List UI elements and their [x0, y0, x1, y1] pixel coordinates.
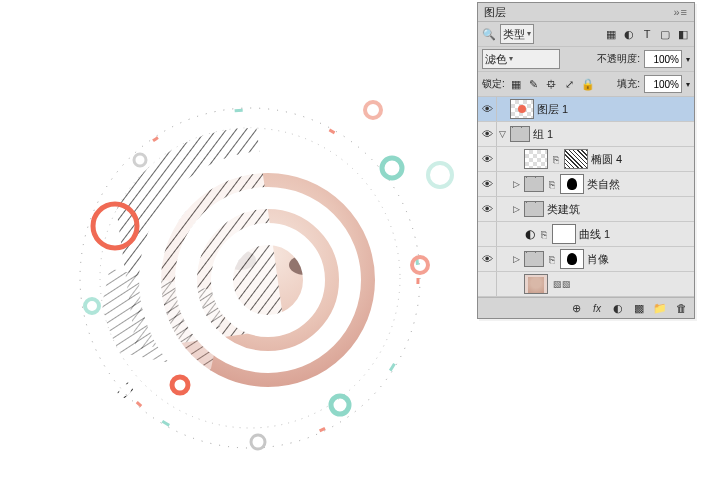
disclosure-triangle[interactable]: ▷ [511, 204, 521, 214]
layer-name[interactable]: 类建筑 [547, 202, 694, 217]
panel-footer: ⊕ fx ◐ ▩ 📁 🗑 [478, 297, 694, 318]
svg-point-21 [428, 163, 452, 187]
filter-shape-icon[interactable]: ▢ [658, 27, 672, 41]
fill-label: 填充: [617, 77, 640, 91]
chevron-down-icon: ▾ [527, 26, 531, 42]
layer-name[interactable]: 肖像 [587, 252, 694, 267]
layer-name[interactable]: 组 1 [533, 127, 694, 142]
svg-point-23 [251, 435, 265, 449]
layer-thumbnail[interactable] [564, 149, 588, 169]
layer-thumbnail[interactable] [510, 99, 534, 119]
visibility-toggle[interactable]: 👁 [478, 172, 497, 196]
svg-point-19 [412, 257, 428, 273]
svg-point-22 [85, 299, 99, 313]
chevron-down-icon: ▾ [509, 51, 513, 67]
add-mask-icon[interactable]: ◐ [611, 301, 625, 315]
layer-thumbnail[interactable] [552, 224, 576, 244]
opacity-input[interactable] [644, 50, 682, 68]
chevron-down-icon[interactable]: ▾ [686, 55, 690, 64]
layer-name[interactable]: 曲线 1 [579, 227, 694, 242]
link-icon: ⎘ [549, 254, 555, 265]
layer-thumbnail[interactable] [510, 126, 530, 142]
layer-name[interactable]: 类自然 [587, 177, 694, 192]
layer-row[interactable]: 👁⎘椭圆 4 [478, 147, 694, 172]
filter-adjust-icon[interactable]: ◐ [622, 27, 636, 41]
layer-row[interactable]: 👁▷⎘类自然 [478, 172, 694, 197]
layer-row[interactable]: ◐⎘曲线 1 [478, 222, 694, 247]
layer-row[interactable]: ▧▧ [478, 272, 694, 297]
lock-fill-row: 锁定: ▦ ✎ ⯐ ⤢ 🔒 填充: ▾ [478, 72, 694, 97]
blend-mode-select[interactable]: 滤色 ▾ [482, 49, 560, 69]
panel-flyout-icon[interactable]: »≡ [673, 3, 688, 21]
disclosure-triangle[interactable]: ▷ [511, 179, 521, 189]
svg-point-26 [118, 383, 132, 397]
layer-thumbnail[interactable] [524, 176, 544, 192]
delete-layer-icon[interactable]: 🗑 [674, 301, 688, 315]
layer-thumbnail[interactable] [524, 201, 544, 217]
layer-row[interactable]: 👁▽组 1 [478, 122, 694, 147]
svg-point-20 [382, 158, 402, 178]
lock-transparent-icon[interactable]: ▦ [509, 77, 523, 91]
document-canvas[interactable] [0, 0, 480, 504]
layer-row[interactable]: 👁▷⎘肖像 [478, 247, 694, 272]
lock-artboard-icon[interactable]: ⤢ [563, 77, 577, 91]
link-icon: ⎘ [541, 229, 547, 240]
filter-pixel-icon[interactable]: ▦ [604, 27, 618, 41]
layer-thumbnail[interactable] [560, 249, 584, 269]
visibility-toggle[interactable]: 👁 [478, 147, 497, 171]
chevron-down-icon[interactable]: ▾ [686, 80, 690, 89]
disclosure-triangle[interactable]: ▷ [511, 254, 521, 264]
svg-point-24 [134, 154, 146, 166]
layer-name[interactable]: 图层 1 [537, 102, 694, 117]
adjustment-icon: ◐ [521, 227, 539, 241]
link-layers-icon[interactable]: ⊕ [569, 301, 583, 315]
visibility-toggle[interactable]: 👁 [478, 247, 497, 271]
smart-object-icon: ▧▧ [553, 279, 571, 289]
svg-point-25 [365, 102, 381, 118]
visibility-toggle[interactable]: 👁 [478, 97, 497, 121]
artwork [30, 50, 470, 490]
disclosure-triangle[interactable]: ▽ [497, 129, 507, 139]
svg-point-18 [331, 396, 349, 414]
visibility-toggle[interactable]: 👁 [478, 122, 497, 146]
new-adjust-icon[interactable]: ▩ [632, 301, 646, 315]
layers-list: 👁图层 1👁▽组 1👁⎘椭圆 4👁▷⎘类自然👁▷类建筑◐⎘曲线 1👁▷⎘肖像▧▧ [478, 97, 694, 297]
layer-filter-row: 🔍 类型 ▾ ▦ ◐ T ▢ ◧ [478, 22, 694, 47]
visibility-toggle[interactable]: 👁 [478, 197, 497, 221]
layer-row[interactable]: 👁图层 1 [478, 97, 694, 122]
fill-input[interactable] [644, 75, 682, 93]
opacity-label: 不透明度: [597, 52, 640, 66]
filter-smart-icon[interactable]: ◧ [676, 27, 690, 41]
filter-kind-select[interactable]: 类型 ▾ [500, 24, 534, 44]
lock-pixels-icon[interactable]: ✎ [527, 77, 541, 91]
link-icon: ⎘ [553, 154, 559, 165]
layer-row[interactable]: 👁▷类建筑 [478, 197, 694, 222]
svg-point-17 [172, 377, 188, 393]
layers-panel: 图层 »≡ 🔍 类型 ▾ ▦ ◐ T ▢ ◧ 滤色 ▾ 不透明度: [477, 2, 695, 319]
layer-thumbnail[interactable] [524, 274, 548, 294]
lock-all-icon[interactable]: 🔒 [581, 77, 595, 91]
layer-thumbnail[interactable] [560, 174, 584, 194]
blend-opacity-row: 滤色 ▾ 不透明度: ▾ [478, 47, 694, 72]
link-icon: ⎘ [549, 179, 555, 190]
layer-name[interactable]: 椭圆 4 [591, 152, 694, 167]
layer-thumbnail[interactable] [524, 149, 548, 169]
layer-fx-icon[interactable]: fx [590, 301, 604, 315]
panel-title: 图层 [484, 3, 506, 21]
visibility-toggle[interactable] [478, 272, 497, 296]
search-icon: 🔍 [482, 27, 496, 41]
filter-type-icon[interactable]: T [640, 27, 654, 41]
lock-label: 锁定: [482, 77, 505, 91]
lock-position-icon[interactable]: ⯐ [545, 77, 559, 91]
visibility-toggle[interactable] [478, 222, 497, 246]
new-group-icon[interactable]: 📁 [653, 301, 667, 315]
layer-thumbnail[interactable] [524, 251, 544, 267]
